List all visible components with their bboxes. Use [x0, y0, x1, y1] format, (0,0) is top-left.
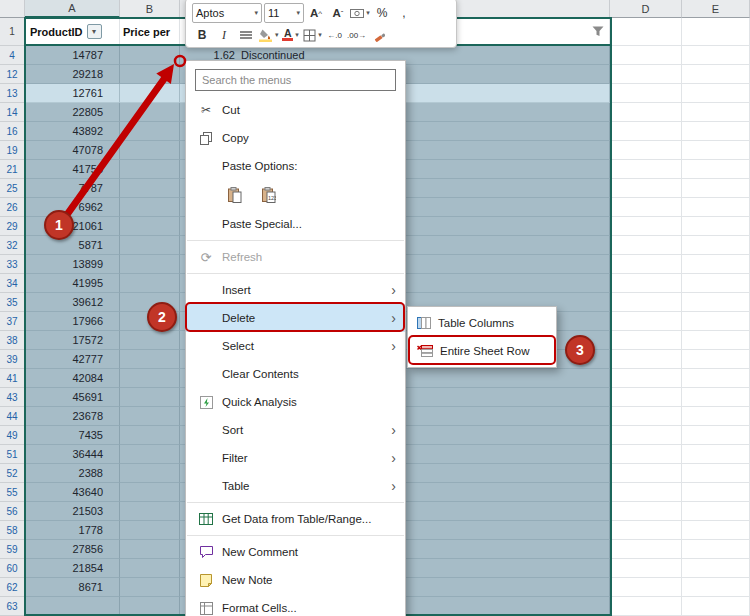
menu-item-refresh[interactable]: ⟳Refresh [186, 243, 405, 271]
cell-B58[interactable] [120, 521, 180, 540]
column-header-D[interactable]: D [610, 0, 682, 18]
cell-B52[interactable] [120, 464, 180, 483]
cell-B39[interactable] [120, 350, 180, 369]
column-header-E[interactable]: E [682, 0, 750, 18]
bold-button[interactable]: B [192, 26, 212, 44]
cell-E49[interactable] [682, 426, 750, 445]
cell-B26[interactable] [120, 198, 180, 217]
decrease-decimal-button[interactable]: ←.0 [325, 26, 345, 44]
productid-filter-button[interactable]: ▾ [87, 24, 102, 39]
cell-D34[interactable] [610, 274, 682, 293]
cell-D12[interactable] [610, 65, 682, 84]
row-header-62[interactable]: 62 [0, 578, 25, 597]
menu-item-sort[interactable]: Sort› [186, 416, 405, 444]
row-header-32[interactable]: 32 [0, 236, 25, 255]
row-header-25[interactable]: 25 [0, 179, 25, 198]
cell-E34[interactable] [682, 274, 750, 293]
cell-D38[interactable] [610, 331, 682, 350]
cell-B29[interactable] [120, 217, 180, 236]
comma-style-button[interactable]: , [394, 4, 414, 22]
menu-item-format-cells[interactable]: Format Cells... [186, 594, 405, 616]
cell-A21[interactable]: 41758 [25, 160, 120, 179]
cell-E62[interactable] [682, 578, 750, 597]
fill-color-button[interactable]: ▾ [258, 26, 279, 44]
cell-a1-productid[interactable]: ProductID▾ [25, 18, 120, 46]
row-header-39[interactable]: 39 [0, 350, 25, 369]
menu-item-new-comment[interactable]: New Comment [186, 538, 405, 566]
font-color-button[interactable]: A▾ [281, 26, 301, 44]
row-header-41[interactable]: 41 [0, 369, 25, 388]
cell-B14[interactable] [120, 103, 180, 122]
cell-E4[interactable] [682, 46, 750, 65]
row-header-49[interactable]: 49 [0, 426, 25, 445]
row-header-55[interactable]: 55 [0, 483, 25, 502]
cell-B51[interactable] [120, 445, 180, 464]
cell-A25[interactable]: 7787 [25, 179, 120, 198]
cell-A26[interactable]: 6962 [25, 198, 120, 217]
cell-B25[interactable] [120, 179, 180, 198]
cell-D56[interactable] [610, 502, 682, 521]
menu-search-input[interactable] [195, 69, 396, 91]
cell-D39[interactable] [610, 350, 682, 369]
cell-E37[interactable] [682, 312, 750, 331]
increase-font-button[interactable]: A^ [306, 4, 326, 22]
select-all-corner[interactable] [0, 0, 25, 18]
cell-B12[interactable] [120, 65, 180, 84]
cell-B33[interactable] [120, 255, 180, 274]
cell-D35[interactable] [610, 293, 682, 312]
cell-D63[interactable] [610, 597, 682, 616]
row-header-38[interactable]: 38 [0, 331, 25, 350]
cell-E38[interactable] [682, 331, 750, 350]
accounting-format-button[interactable]: ▾ [350, 4, 370, 22]
cell-D37[interactable] [610, 312, 682, 331]
row-header-63[interactable]: 63 [0, 597, 25, 616]
cell-E63[interactable] [682, 597, 750, 616]
menu-item-new-note[interactable]: New Note [186, 566, 405, 594]
row-header-13[interactable]: 13 [0, 84, 25, 103]
increase-decimal-button[interactable]: .00→ [347, 26, 367, 44]
column-header-A[interactable]: A [25, 0, 120, 18]
cell-D43[interactable] [610, 388, 682, 407]
cell-A12[interactable]: 29218 [25, 65, 120, 84]
row-header-44[interactable]: 44 [0, 407, 25, 426]
cell-A56[interactable]: 21503 [25, 502, 120, 521]
row-header-29[interactable]: 29 [0, 217, 25, 236]
cell-D59[interactable] [610, 540, 682, 559]
column-filter-funnel-icon[interactable] [592, 26, 604, 37]
menu-item-quick-analysis[interactable]: Quick Analysis [186, 388, 405, 416]
cell-A32[interactable]: 5871 [25, 236, 120, 255]
row-header-21[interactable]: 21 [0, 160, 25, 179]
cell-D52[interactable] [610, 464, 682, 483]
menu-item-paste-options[interactable]: Paste Options: [186, 152, 405, 180]
cell-A4[interactable]: 14787 [25, 46, 120, 65]
row-header-26[interactable]: 26 [0, 198, 25, 217]
cell-A59[interactable]: 27856 [25, 540, 120, 559]
cell-A55[interactable]: 43640 [25, 483, 120, 502]
cell-e1[interactable] [682, 18, 750, 46]
cell-A63[interactable] [25, 597, 120, 616]
cell-D60[interactable] [610, 559, 682, 578]
cell-A58[interactable]: 1778 [25, 521, 120, 540]
cell-D26[interactable] [610, 198, 682, 217]
row-header-14[interactable]: 14 [0, 103, 25, 122]
menu-item-table[interactable]: Table› [186, 472, 405, 500]
cell-E16[interactable] [682, 122, 750, 141]
cell-E12[interactable] [682, 65, 750, 84]
row-header-60[interactable]: 60 [0, 559, 25, 578]
cell-D4[interactable] [610, 46, 682, 65]
cell-B44[interactable] [120, 407, 180, 426]
cell-A43[interactable]: 45691 [25, 388, 120, 407]
submenu-item-table-columns[interactable]: Table Columns [408, 309, 556, 337]
cell-E60[interactable] [682, 559, 750, 578]
row-header-59[interactable]: 59 [0, 540, 25, 559]
cell-B56[interactable] [120, 502, 180, 521]
cell-D25[interactable] [610, 179, 682, 198]
cell-E44[interactable] [682, 407, 750, 426]
cell-E25[interactable] [682, 179, 750, 198]
submenu-item-entire-sheet-row[interactable]: Entire Sheet Row [408, 337, 556, 365]
menu-item-copy[interactable]: Copy [186, 124, 405, 152]
menu-item-get-data[interactable]: Get Data from Table/Range... [186, 505, 405, 533]
italic-button[interactable]: I [214, 26, 234, 44]
borders-button[interactable]: ▾ [303, 26, 323, 44]
row-header-19[interactable]: 19 [0, 141, 25, 160]
